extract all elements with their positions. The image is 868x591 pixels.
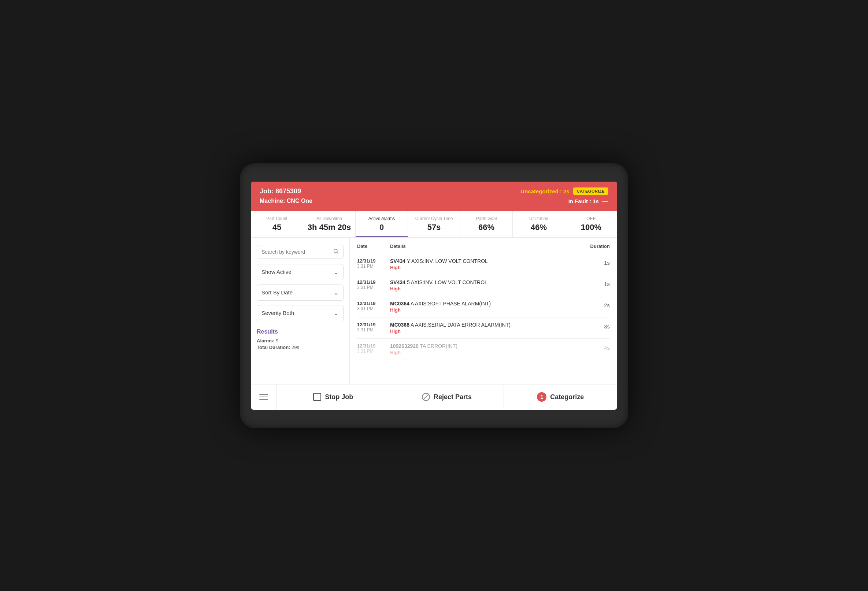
stat-value-utilization: 46%: [516, 223, 562, 232]
alarm-time: 3:31 PM: [357, 349, 390, 354]
bottom-toolbar: Stop Job Reject Parts 1 Categorize: [251, 384, 617, 410]
alarm-duration: 2s: [584, 301, 610, 308]
reject-icon: [422, 393, 430, 401]
search-box[interactable]: [257, 245, 344, 259]
alarm-title: SV434 5 AXIS:INV. LOW VOLT CONTROL: [390, 279, 584, 285]
search-icon: [333, 248, 339, 256]
stat-label-oee: OEE: [568, 216, 614, 221]
alarms-panel: Date Details Duration 12/31/19 3:31 PM S…: [350, 238, 617, 384]
stat-value-oee: 100%: [568, 223, 614, 232]
alarm-title: MC0368 A AXIS:SERIAL DATA ERROR ALARM(IN…: [390, 322, 584, 328]
stat-label-downtime: All Downtime: [306, 216, 352, 221]
stat-label-parts-goal: Parts Goal: [463, 216, 509, 221]
svg-point-0: [334, 249, 337, 252]
sort-by-label: Sort By Date: [261, 289, 292, 296]
duration-value: 29s: [292, 345, 299, 350]
alarm-severity: High: [390, 265, 584, 270]
categorize-button[interactable]: 1 Categorize: [504, 385, 617, 410]
alarm-title: 1092632920 TA ERROR(INT): [390, 343, 584, 349]
alarm-date: 12/31/19: [357, 279, 390, 285]
alarm-details-col: MC0368 A AXIS:SERIAL DATA ERROR ALARM(IN…: [390, 322, 584, 334]
results-title: Results: [257, 329, 344, 335]
alarms-count: 9: [276, 338, 278, 343]
alarm-date-col: 12/31/19 3:31 PM: [357, 343, 390, 354]
fault-dash: —: [602, 197, 608, 205]
alarm-row[interactable]: 12/31/19 3:31 PM MC0364 A AXIS:SOFT PHAS…: [357, 296, 610, 317]
alarm-severity: High: [390, 329, 584, 334]
alarm-date-col: 12/31/19 3:31 PM: [357, 258, 390, 269]
uncategorized-status: Uncategorized : 2s: [520, 188, 569, 195]
categorize-count-badge: 1: [537, 392, 546, 402]
search-input[interactable]: [261, 249, 330, 255]
stat-active-alarms[interactable]: Active Alarms 0: [356, 211, 408, 237]
stat-parts-goal[interactable]: Parts Goal 66%: [461, 211, 513, 237]
stop-job-label: Stop Job: [325, 393, 353, 401]
alarm-time: 3:31 PM: [357, 306, 390, 311]
alarm-time: 3:31 PM: [357, 264, 390, 269]
alarm-date: 12/31/19: [357, 343, 390, 349]
col-header-duration: Duration: [584, 243, 610, 249]
stat-value-part-count: 45: [254, 223, 300, 232]
alarm-details-col: MC0364 A AXIS:SOFT PHASE ALARM(INT) High: [390, 301, 584, 313]
alarm-details-col: 1092632920 TA ERROR(INT) High: [390, 343, 584, 355]
alarm-date-col: 12/31/19 3:31 PM: [357, 301, 390, 311]
alarm-row[interactable]: 12/31/19 3:31 PM SV434 5 AXIS:INV. LOW V…: [357, 275, 610, 296]
alarm-title: SV434 Y AXIS:INV. LOW VOLT CONTROL: [390, 258, 584, 264]
stat-label-part-count: Part Count: [254, 216, 300, 221]
stat-cycle-time[interactable]: Current Cycle Time 57s: [408, 211, 461, 237]
results-section: Results Alarms: 9 Total Duration: 29s: [257, 329, 344, 350]
tablet-frame: Job: 8675309 Uncategorized : 2s CATEGORI…: [240, 163, 628, 428]
show-active-label: Show Active: [261, 269, 292, 275]
results-alarms: Alarms: 9: [257, 338, 344, 343]
sort-by-dropdown[interactable]: Sort By Date ⌄: [257, 284, 344, 301]
alarm-code: SV434: [390, 279, 406, 285]
severity-dropdown[interactable]: Severity Both ⌄: [257, 305, 344, 321]
alarm-time: 3:31 PM: [357, 327, 390, 333]
alarm-row[interactable]: 12/31/19 3:31 PM SV434 Y AXIS:INV. LOW V…: [357, 254, 610, 275]
stat-all-downtime[interactable]: All Downtime 3h 45m 20s: [303, 211, 356, 237]
alarm-row[interactable]: 12/31/19 3:31 PM MC0368 A AXIS:SERIAL DA…: [357, 317, 610, 339]
svg-line-1: [337, 252, 338, 254]
hamburger-line: [259, 394, 268, 395]
stat-label-utilization: Utilization: [516, 216, 562, 221]
show-active-dropdown[interactable]: Show Active ⌄: [257, 264, 344, 280]
alarm-date: 12/31/19: [357, 322, 390, 327]
alarm-code: SV434: [390, 258, 406, 264]
stop-icon: [313, 393, 321, 401]
stat-value-cycle-time: 57s: [411, 223, 457, 232]
alarm-date: 12/31/19: [357, 301, 390, 306]
fault-text: In Fault : 1s: [568, 198, 599, 204]
stop-job-button[interactable]: Stop Job: [276, 385, 390, 410]
stat-part-count[interactable]: Part Count 45: [251, 211, 303, 237]
alarm-duration: 4s: [584, 343, 610, 351]
hamburger-icon: [259, 394, 268, 400]
alarm-row[interactable]: 12/31/19 3:31 PM 1092632920 TA ERROR(INT…: [357, 339, 610, 360]
alarm-details-col: SV434 5 AXIS:INV. LOW VOLT CONTROL High: [390, 279, 584, 292]
app-container: Job: 8675309 Uncategorized : 2s CATEGORI…: [251, 181, 617, 410]
alarm-date-col: 12/31/19 3:31 PM: [357, 279, 390, 290]
severity-label: Severity Both: [261, 310, 294, 316]
duration-label: Total Duration:: [257, 345, 292, 350]
alarm-code: MC0368: [390, 322, 409, 328]
alarm-duration: 1s: [584, 258, 610, 266]
alarm-severity: High: [390, 350, 584, 355]
reject-parts-button[interactable]: Reject Parts: [390, 385, 503, 410]
stat-oee[interactable]: OEE 100%: [565, 211, 617, 237]
menu-button[interactable]: [251, 385, 276, 410]
chevron-down-icon: ⌄: [333, 289, 339, 296]
main-content: Show Active ⌄ Sort By Date ⌄ Severity Bo…: [251, 238, 617, 384]
categorize-header-button[interactable]: CATEGORIZE: [573, 187, 608, 195]
chevron-down-icon: ⌄: [333, 309, 339, 317]
col-header-details: Details: [390, 243, 584, 249]
alarm-code: 1092632920: [390, 343, 419, 349]
alarm-severity: High: [390, 307, 584, 313]
alarm-severity: High: [390, 286, 584, 292]
alarm-time: 3:31 PM: [357, 285, 390, 290]
alarm-code: MC0364: [390, 301, 409, 307]
alarms-table-header: Date Details Duration: [357, 243, 610, 252]
alarm-date: 12/31/19: [357, 258, 390, 264]
stat-utilization[interactable]: Utilization 46%: [513, 211, 565, 237]
alarm-duration: 3s: [584, 322, 610, 330]
stat-value-downtime: 3h 45m 20s: [306, 223, 352, 232]
alarm-details-col: SV434 Y AXIS:INV. LOW VOLT CONTROL High: [390, 258, 584, 270]
